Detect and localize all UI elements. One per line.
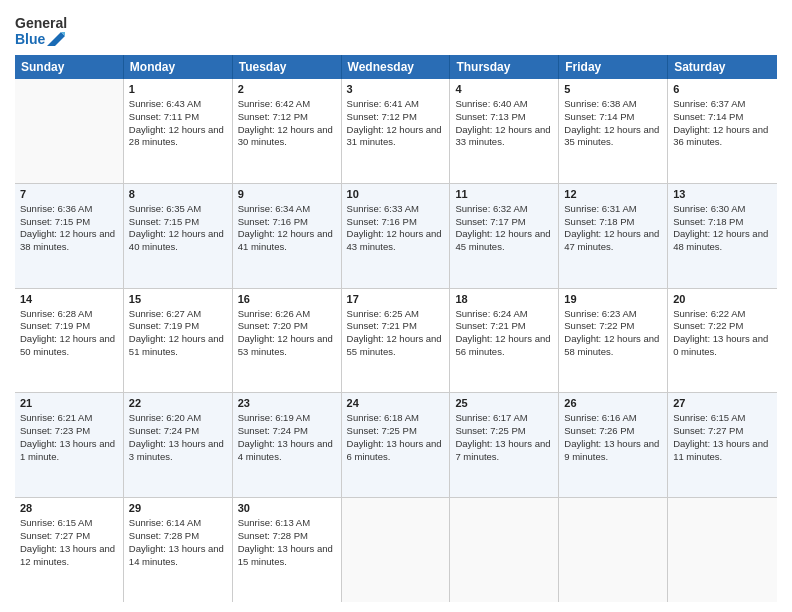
calendar-body: 1Sunrise: 6:43 AMSunset: 7:11 PMDaylight… <box>15 79 777 602</box>
sunrise-text: Sunrise: 6:17 AM <box>455 412 553 425</box>
weekday-header: Saturday <box>668 55 777 79</box>
sunrise-text: Sunrise: 6:38 AM <box>564 98 662 111</box>
sunrise-text: Sunrise: 6:35 AM <box>129 203 227 216</box>
daylight-text: Daylight: 13 hours and 14 minutes. <box>129 543 227 569</box>
daylight-text: Daylight: 12 hours and 41 minutes. <box>238 228 336 254</box>
sunrise-text: Sunrise: 6:24 AM <box>455 308 553 321</box>
sunset-text: Sunset: 7:19 PM <box>20 320 118 333</box>
sunset-text: Sunset: 7:18 PM <box>564 216 662 229</box>
day-cell: 15Sunrise: 6:27 AMSunset: 7:19 PMDayligh… <box>124 289 233 393</box>
day-cell: 29Sunrise: 6:14 AMSunset: 7:28 PMDayligh… <box>124 498 233 602</box>
sunrise-text: Sunrise: 6:36 AM <box>20 203 118 216</box>
day-cell: 22Sunrise: 6:20 AMSunset: 7:24 PMDayligh… <box>124 393 233 497</box>
sunset-text: Sunset: 7:26 PM <box>564 425 662 438</box>
calendar: SundayMondayTuesdayWednesdayThursdayFrid… <box>15 55 777 602</box>
day-cell: 8Sunrise: 6:35 AMSunset: 7:15 PMDaylight… <box>124 184 233 288</box>
daylight-text: Daylight: 12 hours and 48 minutes. <box>673 228 772 254</box>
sunrise-text: Sunrise: 6:43 AM <box>129 98 227 111</box>
sunrise-text: Sunrise: 6:19 AM <box>238 412 336 425</box>
sunrise-text: Sunrise: 6:28 AM <box>20 308 118 321</box>
header: General Blue <box>15 15 777 47</box>
day-number: 16 <box>238 292 336 307</box>
sunrise-text: Sunrise: 6:32 AM <box>455 203 553 216</box>
day-number: 5 <box>564 82 662 97</box>
day-number: 20 <box>673 292 772 307</box>
day-number: 8 <box>129 187 227 202</box>
day-number: 27 <box>673 396 772 411</box>
sunrise-text: Sunrise: 6:18 AM <box>347 412 445 425</box>
sunrise-text: Sunrise: 6:34 AM <box>238 203 336 216</box>
day-number: 24 <box>347 396 445 411</box>
day-cell: 10Sunrise: 6:33 AMSunset: 7:16 PMDayligh… <box>342 184 451 288</box>
sunset-text: Sunset: 7:21 PM <box>347 320 445 333</box>
sunset-text: Sunset: 7:14 PM <box>564 111 662 124</box>
day-cell: 12Sunrise: 6:31 AMSunset: 7:18 PMDayligh… <box>559 184 668 288</box>
sunset-text: Sunset: 7:22 PM <box>564 320 662 333</box>
sunrise-text: Sunrise: 6:41 AM <box>347 98 445 111</box>
day-cell: 4Sunrise: 6:40 AMSunset: 7:13 PMDaylight… <box>450 79 559 183</box>
sunrise-text: Sunrise: 6:21 AM <box>20 412 118 425</box>
daylight-text: Daylight: 12 hours and 47 minutes. <box>564 228 662 254</box>
day-number: 6 <box>673 82 772 97</box>
day-cell: 6Sunrise: 6:37 AMSunset: 7:14 PMDaylight… <box>668 79 777 183</box>
day-cell: 3Sunrise: 6:41 AMSunset: 7:12 PMDaylight… <box>342 79 451 183</box>
sunset-text: Sunset: 7:21 PM <box>455 320 553 333</box>
calendar-week: 21Sunrise: 6:21 AMSunset: 7:23 PMDayligh… <box>15 393 777 498</box>
sunrise-text: Sunrise: 6:27 AM <box>129 308 227 321</box>
daylight-text: Daylight: 12 hours and 35 minutes. <box>564 124 662 150</box>
sunrise-text: Sunrise: 6:25 AM <box>347 308 445 321</box>
daylight-text: Daylight: 12 hours and 28 minutes. <box>129 124 227 150</box>
day-number: 21 <box>20 396 118 411</box>
daylight-text: Daylight: 12 hours and 38 minutes. <box>20 228 118 254</box>
daylight-text: Daylight: 12 hours and 33 minutes. <box>455 124 553 150</box>
sunrise-text: Sunrise: 6:42 AM <box>238 98 336 111</box>
daylight-text: Daylight: 12 hours and 58 minutes. <box>564 333 662 359</box>
day-number: 17 <box>347 292 445 307</box>
day-number: 28 <box>20 501 118 516</box>
day-cell: 18Sunrise: 6:24 AMSunset: 7:21 PMDayligh… <box>450 289 559 393</box>
sunset-text: Sunset: 7:13 PM <box>455 111 553 124</box>
sunset-text: Sunset: 7:16 PM <box>347 216 445 229</box>
day-number: 13 <box>673 187 772 202</box>
calendar-week: 14Sunrise: 6:28 AMSunset: 7:19 PMDayligh… <box>15 289 777 394</box>
day-number: 22 <box>129 396 227 411</box>
sunset-text: Sunset: 7:18 PM <box>673 216 772 229</box>
day-cell: 13Sunrise: 6:30 AMSunset: 7:18 PMDayligh… <box>668 184 777 288</box>
day-number: 9 <box>238 187 336 202</box>
daylight-text: Daylight: 12 hours and 45 minutes. <box>455 228 553 254</box>
sunrise-text: Sunrise: 6:22 AM <box>673 308 772 321</box>
sunset-text: Sunset: 7:20 PM <box>238 320 336 333</box>
sunset-text: Sunset: 7:23 PM <box>20 425 118 438</box>
day-number: 19 <box>564 292 662 307</box>
empty-cell <box>15 79 124 183</box>
daylight-text: Daylight: 12 hours and 55 minutes. <box>347 333 445 359</box>
daylight-text: Daylight: 12 hours and 31 minutes. <box>347 124 445 150</box>
sunset-text: Sunset: 7:22 PM <box>673 320 772 333</box>
day-cell: 19Sunrise: 6:23 AMSunset: 7:22 PMDayligh… <box>559 289 668 393</box>
sunset-text: Sunset: 7:11 PM <box>129 111 227 124</box>
sunrise-text: Sunrise: 6:20 AM <box>129 412 227 425</box>
sunrise-text: Sunrise: 6:40 AM <box>455 98 553 111</box>
weekday-header: Wednesday <box>342 55 451 79</box>
day-number: 12 <box>564 187 662 202</box>
day-number: 11 <box>455 187 553 202</box>
weekday-header: Thursday <box>450 55 559 79</box>
day-cell: 21Sunrise: 6:21 AMSunset: 7:23 PMDayligh… <box>15 393 124 497</box>
daylight-text: Daylight: 12 hours and 40 minutes. <box>129 228 227 254</box>
sunset-text: Sunset: 7:12 PM <box>347 111 445 124</box>
day-cell: 1Sunrise: 6:43 AMSunset: 7:11 PMDaylight… <box>124 79 233 183</box>
sunrise-text: Sunrise: 6:14 AM <box>129 517 227 530</box>
calendar-week: 7Sunrise: 6:36 AMSunset: 7:15 PMDaylight… <box>15 184 777 289</box>
day-number: 30 <box>238 501 336 516</box>
sunset-text: Sunset: 7:28 PM <box>129 530 227 543</box>
sunrise-text: Sunrise: 6:15 AM <box>20 517 118 530</box>
day-cell: 23Sunrise: 6:19 AMSunset: 7:24 PMDayligh… <box>233 393 342 497</box>
sunset-text: Sunset: 7:15 PM <box>129 216 227 229</box>
logo-bird-icon <box>47 32 65 46</box>
daylight-text: Daylight: 13 hours and 0 minutes. <box>673 333 772 359</box>
day-cell: 27Sunrise: 6:15 AMSunset: 7:27 PMDayligh… <box>668 393 777 497</box>
day-number: 1 <box>129 82 227 97</box>
day-number: 25 <box>455 396 553 411</box>
daylight-text: Daylight: 13 hours and 9 minutes. <box>564 438 662 464</box>
logo-text-block: General Blue <box>15 15 67 47</box>
